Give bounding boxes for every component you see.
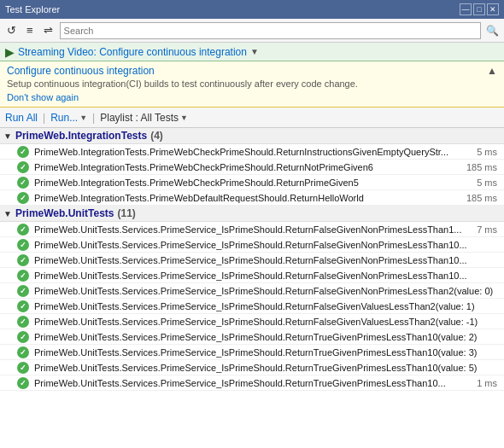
run-all-link[interactable]: Run All [5,112,38,124]
notification-description: Setup continuous integration(CI) builds … [7,79,480,89]
test-duration: 7 ms [477,224,497,235]
test-pass-icon [17,239,29,251]
test-name: PrimeWeb.UnitTests.Services.PrimeService… [34,286,497,296]
test-pass-icon [17,346,29,358]
run-dropdown[interactable]: Run... ▼ [50,112,87,124]
test-item[interactable]: PrimeWeb.IntegrationTests.PrimeWebCheckP… [0,144,504,160]
group-count-1: (11) [118,207,136,219]
notification-heading[interactable]: Configure continuous integration [7,65,155,77]
test-item[interactable]: PrimeWeb.UnitTests.Services.PrimeService… [0,345,504,360]
title-bar: Test Explorer — □ ✕ [0,0,504,19]
test-name: PrimeWeb.UnitTests.Services.PrimeService… [34,240,497,250]
title-bar-label: Test Explorer [5,4,60,15]
test-duration: 1 ms [477,378,497,388]
test-name: PrimeWeb.UnitTests.Services.PrimeService… [34,224,470,235]
test-pass-icon [17,177,29,189]
test-item[interactable]: PrimeWeb.UnitTests.Services.PrimeService… [0,222,504,237]
test-name: PrimeWeb.UnitTests.Services.PrimeService… [34,317,497,327]
test-duration: 5 ms [477,177,497,188]
test-pass-icon [17,316,29,328]
test-pass-icon [17,270,29,282]
test-item[interactable]: PrimeWeb.IntegrationTests.PrimeWebCheckP… [0,175,504,190]
group-count-0: (4) [150,130,163,142]
test-name: PrimeWeb.UnitTests.Services.PrimeService… [34,255,497,265]
test-duration: 185 ms [466,193,497,203]
group-triangle-0: ▼ [3,131,12,141]
test-name: PrimeWeb.IntegrationTests.PrimeWebCheckP… [34,177,470,188]
search-button[interactable]: 🔍 [484,23,501,38]
group-name-0: PrimeWeb.IntegrationTests [15,130,147,142]
group-name-1: PrimeWeb.UnitTests [15,207,114,219]
test-pass-icon [17,331,29,343]
toolbar: ↺ ≡ ⇌ 🔍 [0,19,504,43]
test-pass-icon [17,146,29,158]
notification-content: Configure continuous integration Setup c… [7,65,480,103]
search-input[interactable] [60,22,481,39]
test-item[interactable]: PrimeWeb.UnitTests.Services.PrimeService… [0,329,504,345]
test-pass-icon [17,285,29,297]
playlist-dropdown[interactable]: Playlist : All Tests ▼ [100,112,188,124]
test-item[interactable]: PrimeWeb.UnitTests.Services.PrimeService… [0,375,504,391]
streaming-dropdown-arrow[interactable]: ▼ [250,47,259,56]
test-item[interactable]: PrimeWeb.UnitTests.Services.PrimeService… [0,268,504,283]
group-header-1[interactable]: ▼PrimeWeb.UnitTests(11) [0,206,504,222]
run-chevron-icon[interactable]: ▼ [79,113,87,122]
test-name: PrimeWeb.UnitTests.Services.PrimeService… [34,363,497,373]
test-list: ▼PrimeWeb.IntegrationTests(4)PrimeWeb.In… [0,128,504,448]
test-item[interactable]: PrimeWeb.UnitTests.Services.PrimeService… [0,237,504,253]
test-item[interactable]: PrimeWeb.UnitTests.Services.PrimeService… [0,299,504,314]
test-name: PrimeWeb.UnitTests.Services.PrimeService… [34,378,470,388]
separator-2: | [92,112,95,124]
test-pass-icon [17,224,29,236]
test-pass-icon [17,362,29,374]
test-duration: 185 ms [466,162,497,172]
test-item[interactable]: PrimeWeb.IntegrationTests.PrimeWebDefaul… [0,190,504,206]
test-item[interactable]: PrimeWeb.UnitTests.Services.PrimeService… [0,314,504,329]
streaming-link[interactable]: Streaming Video: Configure continuous in… [18,46,247,58]
maximize-button[interactable]: □ [473,3,485,15]
sort-button[interactable]: ⇌ [40,22,56,38]
test-item[interactable]: PrimeWeb.UnitTests.Services.PrimeService… [0,360,504,375]
close-button[interactable]: ✕ [487,3,499,15]
test-pass-icon [17,377,29,389]
dont-show-link[interactable]: Don't show again [7,92,79,102]
title-bar-buttons: — □ ✕ [460,3,499,15]
test-pass-icon [17,300,29,312]
test-name: PrimeWeb.UnitTests.Services.PrimeService… [34,332,497,342]
playlist-label: Playlist : All Tests [100,112,179,124]
test-item[interactable]: PrimeWeb.IntegrationTests.PrimeWebCheckP… [0,160,504,175]
notification-bar: Configure continuous integration Setup c… [0,61,504,108]
test-pass-icon [17,254,29,266]
group-header-0[interactable]: ▼PrimeWeb.IntegrationTests(4) [0,128,504,144]
streaming-icon: ▶ [5,45,15,59]
test-name: PrimeWeb.IntegrationTests.PrimeWebCheckP… [34,162,460,172]
test-pass-icon [17,192,29,204]
test-name: PrimeWeb.UnitTests.Services.PrimeService… [34,271,497,281]
run-link[interactable]: Run... [50,112,78,124]
group-triangle-1: ▼ [3,209,12,218]
test-item[interactable]: PrimeWeb.UnitTests.Services.PrimeService… [0,253,504,268]
refresh-button[interactable]: ↺ [3,22,20,38]
streaming-bar: ▶ Streaming Video: Configure continuous … [0,43,504,61]
notification-collapse-button[interactable]: ▲ [487,65,497,77]
test-name: PrimeWeb.IntegrationTests.PrimeWebCheckP… [34,147,470,157]
test-name: PrimeWeb.UnitTests.Services.PrimeService… [34,301,497,311]
group-button[interactable]: ≡ [23,22,37,38]
run-bar: Run All | Run... ▼ | Playlist : All Test… [0,108,504,128]
separator-1: | [43,112,45,124]
minimize-button[interactable]: — [460,3,472,15]
test-name: PrimeWeb.UnitTests.Services.PrimeService… [34,347,497,358]
test-duration: 5 ms [477,147,497,157]
playlist-chevron-icon[interactable]: ▼ [180,113,188,122]
test-item[interactable]: PrimeWeb.UnitTests.Services.PrimeService… [0,283,504,299]
test-pass-icon [17,161,29,173]
test-name: PrimeWeb.IntegrationTests.PrimeWebDefaul… [34,193,460,203]
